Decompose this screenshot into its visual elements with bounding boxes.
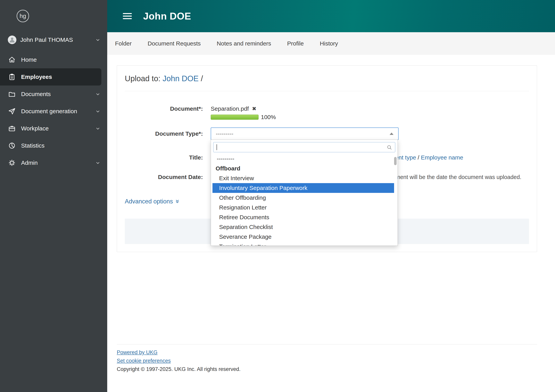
dropdown-group-offboard: Offboard bbox=[211, 164, 398, 173]
file-name: Separation.pdf bbox=[211, 105, 249, 113]
powered-by-ukg-link[interactable]: Powered by UKG bbox=[117, 349, 158, 356]
upload-card: Upload to: John DOE / Document*: Separat… bbox=[117, 65, 537, 252]
search-icon bbox=[387, 145, 392, 150]
sidebar-item-label: Document generation bbox=[21, 108, 77, 115]
dropdown-option-exit-interview[interactable]: Exit Interview bbox=[211, 173, 398, 183]
title-label: Title: bbox=[125, 154, 203, 161]
document-type-select[interactable]: --------- bbox=[211, 127, 399, 140]
title-link-employee-name[interactable]: Employee name bbox=[421, 154, 463, 161]
text-caret bbox=[217, 144, 217, 150]
employee-folder-link[interactable]: John DOE bbox=[162, 74, 199, 83]
remove-file-icon[interactable]: ✖ bbox=[252, 105, 256, 113]
cookie-preferences-link[interactable]: Set cookie preferences bbox=[117, 358, 171, 364]
upload-form: Document*: Separation.pdf ✖ 100% bbox=[125, 105, 529, 244]
sidebar-item-admin[interactable]: Admin bbox=[0, 154, 107, 171]
sidebar-item-label: Documents bbox=[21, 91, 51, 97]
uploaded-file: Separation.pdf ✖ bbox=[211, 105, 276, 113]
tab-history[interactable]: History bbox=[320, 40, 338, 47]
sidebar-item-label: Home bbox=[21, 56, 37, 63]
progress-bar bbox=[211, 115, 259, 120]
tab-document-requests[interactable]: Document Requests bbox=[148, 40, 201, 47]
pie-chart-icon bbox=[8, 142, 16, 149]
page-footer: Powered by UKG Set cookie preferences Co… bbox=[117, 344, 537, 372]
document-value: Separation.pdf ✖ 100% bbox=[211, 105, 276, 120]
dropdown-option-retiree-documents[interactable]: Retiree Documents bbox=[211, 212, 398, 222]
upload-heading-prefix: Upload to: bbox=[125, 74, 160, 83]
home-icon bbox=[8, 56, 16, 64]
chevron-down-icon bbox=[95, 126, 101, 131]
sidebar-item-home[interactable]: Home bbox=[0, 51, 107, 68]
document-type-label: Document Type*: bbox=[125, 130, 203, 138]
document-type-row: Document Type*: --------- bbox=[125, 127, 529, 140]
app-window: hg John Paul THOMAS Home bbox=[0, 0, 555, 392]
document-type-selected-value: --------- bbox=[216, 131, 233, 137]
sidebar-item-label: Employees bbox=[21, 74, 52, 80]
employees-icon bbox=[8, 73, 16, 81]
sidebar-item-documents[interactable]: Documents bbox=[0, 86, 107, 103]
sidebar-user-menu[interactable]: John Paul THOMAS bbox=[0, 22, 107, 50]
dropdown-option-termination-letter[interactable]: Termination Letter bbox=[211, 242, 398, 246]
sidebar-item-workplace[interactable]: Workplace bbox=[0, 120, 107, 137]
hg-logo[interactable]: hg bbox=[17, 10, 29, 22]
chevron-down-icon bbox=[95, 37, 101, 43]
dropdown-option-resignation-letter[interactable]: Resignation Letter bbox=[211, 203, 398, 212]
tab-profile[interactable]: Profile bbox=[287, 40, 304, 47]
main-area: John DOE Folder Document Requests Notes … bbox=[107, 0, 555, 392]
logo-text: hg bbox=[20, 13, 26, 19]
footer-divider bbox=[117, 344, 537, 344]
dropdown-option-list: --------- Offboard Exit Interview Involu… bbox=[211, 154, 398, 246]
content-area: Upload to: John DOE / Document*: Separat… bbox=[107, 55, 555, 392]
dropdown-option-involuntary-separation-paperwork[interactable]: Involuntary Separation Paperwork bbox=[212, 183, 394, 193]
copyright-text: Copyright © 1997-2025. UKG Inc. All righ… bbox=[117, 366, 537, 372]
document-type-dropdown: --------- Offboard Exit Interview Involu… bbox=[211, 140, 398, 246]
advanced-options-link[interactable]: Advanced options bbox=[125, 198, 180, 205]
dropdown-search-input[interactable] bbox=[213, 142, 395, 152]
user-avatar-icon bbox=[8, 36, 16, 44]
document-row: Document*: Separation.pdf ✖ 100% bbox=[125, 105, 529, 120]
page-title: John DOE bbox=[143, 11, 191, 22]
title-link-separator: / bbox=[416, 154, 421, 161]
sidebar-item-label: Statistics bbox=[21, 142, 44, 149]
document-date-label: Document Date: bbox=[125, 173, 203, 181]
page-header: John DOE bbox=[107, 0, 555, 32]
user-name: John Paul THOMAS bbox=[20, 36, 73, 43]
advanced-options-label: Advanced options bbox=[125, 198, 173, 205]
gear-icon bbox=[8, 159, 16, 167]
double-chevron-down-icon bbox=[175, 199, 180, 204]
heading-divider bbox=[125, 91, 529, 91]
tab-folder[interactable]: Folder bbox=[115, 40, 132, 47]
dropdown-option-empty[interactable]: --------- bbox=[211, 154, 398, 164]
sidebar-item-employees[interactable]: Employees bbox=[0, 68, 101, 86]
logo-wrap: hg bbox=[0, 0, 107, 22]
sidebar-item-document-generation[interactable]: Document generation bbox=[0, 103, 107, 120]
upload-heading: Upload to: John DOE / bbox=[125, 73, 529, 84]
sidebar-nav: Home Employees Documents bbox=[0, 51, 107, 171]
dropdown-option-other-offboarding[interactable]: Other Offboarding bbox=[211, 193, 398, 203]
upload-heading-suffix: / bbox=[201, 74, 203, 83]
briefcase-icon bbox=[8, 125, 16, 132]
dropdown-search-wrap bbox=[211, 140, 398, 154]
chevron-down-icon bbox=[95, 91, 101, 97]
sidebar-item-label: Admin bbox=[21, 160, 38, 166]
tab-bar: Folder Document Requests Notes and remin… bbox=[107, 32, 555, 55]
sidebar-item-label: Workplace bbox=[21, 125, 49, 132]
documents-icon bbox=[8, 90, 16, 98]
dropdown-scrollbar-thumb[interactable] bbox=[394, 157, 397, 165]
upload-progress: 100% bbox=[211, 114, 276, 120]
document-label: Document*: bbox=[125, 105, 203, 120]
tab-notes-and-reminders[interactable]: Notes and reminders bbox=[217, 40, 271, 47]
dropdown-option-severance-package[interactable]: Severance Package bbox=[211, 232, 398, 242]
sidebar: hg John Paul THOMAS Home bbox=[0, 0, 107, 392]
progress-percent: 100% bbox=[261, 114, 276, 120]
dropdown-option-separation-checklist[interactable]: Separation Checklist bbox=[211, 222, 398, 232]
chevron-down-icon bbox=[95, 160, 101, 166]
chevron-down-icon bbox=[95, 109, 101, 114]
paper-plane-icon bbox=[8, 108, 16, 115]
select-arrow-up-icon bbox=[390, 132, 394, 135]
hamburger-menu-icon[interactable] bbox=[123, 12, 132, 21]
sidebar-item-statistics[interactable]: Statistics bbox=[0, 137, 107, 154]
